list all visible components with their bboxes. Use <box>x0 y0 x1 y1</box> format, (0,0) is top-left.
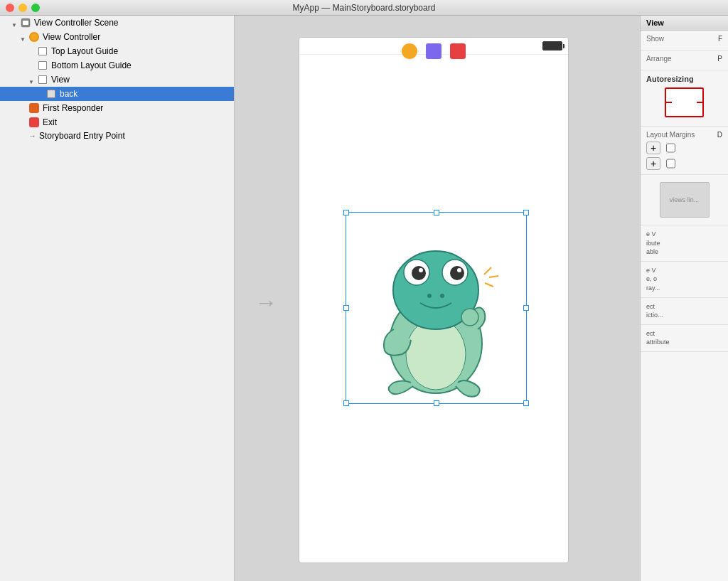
scene-label: View Controller Scene <box>34 18 119 28</box>
exit-icon <box>28 117 40 128</box>
bottom-guide-item[interactable]: Bottom Layout Guide <box>0 58 234 73</box>
entry-label: Storyboard Entry Point <box>39 131 125 141</box>
layout-checkbox-2[interactable] <box>666 157 675 170</box>
view-icon <box>37 74 48 85</box>
inspector-autoresizing-section: Autoresizing <box>641 70 728 127</box>
view-item[interactable]: View <box>0 73 234 87</box>
arrange-label: Arrange <box>646 55 672 63</box>
autoresizing-visual <box>665 87 704 117</box>
layout-margins-row: Layout Margins D <box>646 131 722 139</box>
inspector-document-section: views lin... <box>641 175 728 225</box>
back-icon <box>46 88 57 100</box>
arrange-row: Arrange P <box>646 55 722 63</box>
inspector-plus-buttons: + <box>646 142 722 154</box>
minimize-button[interactable] <box>18 4 27 12</box>
top-guide-icon <box>37 46 48 57</box>
scene-icon <box>20 17 31 28</box>
exit-item[interactable]: Exit <box>0 115 234 129</box>
battery-icon <box>542 41 562 50</box>
arrange-value: P <box>717 55 722 63</box>
layout-plus-2-button[interactable]: + <box>646 157 660 170</box>
inspector-show-section: Show F <box>641 31 728 50</box>
selection-box <box>346 212 527 404</box>
frog-image-container[interactable] <box>346 212 527 404</box>
titlebar: MyApp — MainStoryboard.storyboard <box>0 0 728 16</box>
traffic-lights <box>6 4 40 12</box>
inspector-text-section-4: ectattribute <box>641 325 728 352</box>
bottom-guide-icon <box>37 60 48 71</box>
canvas[interactable]: → <box>235 16 640 581</box>
responder-item[interactable]: First Responder <box>0 101 234 115</box>
layout-margins-label: Layout Margins <box>646 131 695 139</box>
autoresizing-title: Autoresizing <box>646 75 722 83</box>
entry-arrow-icon: → <box>28 132 36 140</box>
canvas-arrow-icon: → <box>255 289 277 316</box>
vc-disclosure[interactable] <box>20 33 27 41</box>
bottom-guide-label: Bottom Layout Guide <box>51 60 132 70</box>
handle-top-right[interactable] <box>523 210 529 215</box>
inspector-text-section-3: ectictio... <box>641 298 728 325</box>
vc-icon <box>28 31 40 43</box>
responder-icon <box>28 102 40 114</box>
device-toolbar-icons <box>402 43 466 59</box>
show-row: Show F <box>646 35 722 43</box>
view-disclosure[interactable] <box>28 76 36 83</box>
layout-plus-1-button[interactable]: + <box>646 142 660 154</box>
responder-label: First Responder <box>43 103 103 113</box>
inspector-arrange-section: Arrange P <box>641 50 728 70</box>
handle-bot-left[interactable] <box>343 400 349 406</box>
handle-mid-left[interactable] <box>343 305 349 311</box>
device-frame <box>299 37 569 563</box>
vc-label: View Controller <box>43 32 100 42</box>
inspector-text-section-1: e Vibuteable <box>641 225 728 262</box>
toolbar-circle-3 <box>450 43 466 59</box>
layout-margins-value: D <box>717 131 722 139</box>
layout-checkbox-1[interactable] <box>666 142 675 154</box>
main-area: View Controller Scene View Controller To… <box>0 16 728 581</box>
show-label: Show <box>646 35 664 43</box>
top-guide-label: Top Layout Guide <box>51 46 118 56</box>
inspector-text-1: e Vibuteable <box>646 230 722 257</box>
view-label: View <box>51 75 70 85</box>
handle-bot-right[interactable] <box>523 400 529 406</box>
svg-rect-1 <box>23 21 28 25</box>
toolbar-circle-1 <box>402 43 417 59</box>
toolbar-circle-2 <box>426 43 441 59</box>
handle-top-left[interactable] <box>343 210 349 215</box>
handle-bot-mid[interactable] <box>434 400 439 406</box>
inspector-panel: View Show F Arrange P Autoresizing <box>640 16 728 581</box>
handle-top-mid[interactable] <box>434 210 439 215</box>
show-value: F <box>718 35 722 43</box>
entry-point-item[interactable]: → Storyboard Entry Point <box>0 129 234 142</box>
top-guide-item[interactable]: Top Layout Guide <box>0 44 234 58</box>
back-label: back <box>60 89 77 99</box>
vc-item[interactable]: View Controller <box>0 30 234 44</box>
inspector-text-section-2: e Ve, oray... <box>641 262 728 298</box>
document-visual: views lin... <box>660 182 710 218</box>
inspector-layout-section: Layout Margins D + + <box>641 127 728 175</box>
scene-item[interactable]: View Controller Scene <box>0 16 234 30</box>
inspector-header: View <box>641 16 728 31</box>
inspector-text-4: ectattribute <box>646 329 722 347</box>
exit-label: Exit <box>43 117 57 127</box>
inspector-text-3: ectictio... <box>646 302 722 320</box>
inspector-text-2: e Ve, oray... <box>646 266 722 293</box>
window-title: MyApp — MainStoryboard.storyboard <box>293 3 436 13</box>
navigator-panel: View Controller Scene View Controller To… <box>0 16 235 581</box>
inspector-plus-buttons-2: + <box>646 157 722 170</box>
close-button[interactable] <box>6 4 14 12</box>
maximize-button[interactable] <box>31 4 40 12</box>
back-item[interactable]: back <box>0 87 234 101</box>
scene-disclosure[interactable] <box>11 19 18 26</box>
handle-mid-right[interactable] <box>523 305 529 311</box>
